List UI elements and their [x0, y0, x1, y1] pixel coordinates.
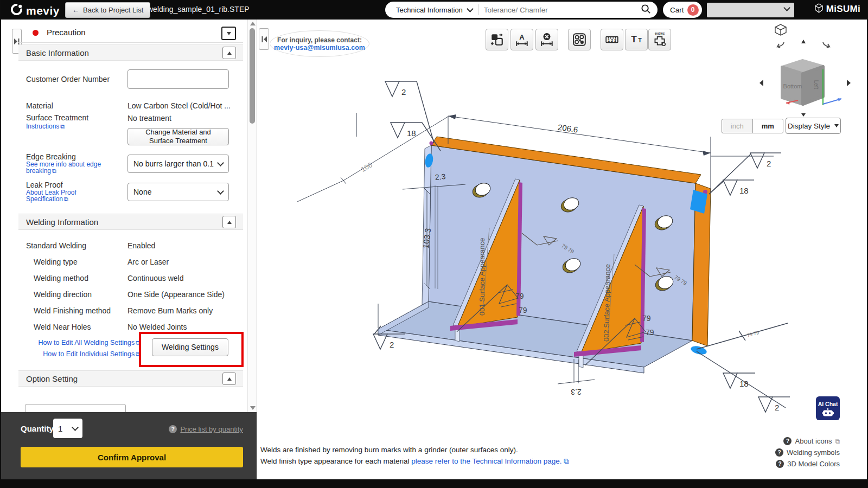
quantity-select[interactable]: 1	[53, 419, 82, 438]
edge-breaking-link[interactable]: See more info about edge breaking⧉	[26, 161, 113, 174]
hole-info-button[interactable]	[568, 29, 591, 50]
top-bar: meviy ← Back to Project List welding_sam…	[0, 0, 868, 20]
back-to-project-list-button[interactable]: ← Back to Project List	[65, 2, 150, 18]
welding-symbols-link[interactable]: ? Welding symbols	[775, 448, 840, 457]
text-size-button[interactable]: TT	[625, 29, 648, 50]
external-link-icon: ⧉	[60, 123, 65, 130]
six-views-button[interactable]: 6VIEWS	[648, 29, 671, 50]
triangle-up-icon	[227, 221, 232, 224]
note-line2: Weld finish type appearance for each mat…	[260, 455, 569, 467]
chevron-down-icon	[217, 159, 224, 166]
weld-tl-fin: 2	[401, 87, 406, 97]
surface-label-001: 001 Surface Appearance	[478, 238, 486, 316]
weld-finishing-value: Remove Burn Marks only	[127, 306, 213, 315]
dim-length: 206.6	[557, 123, 579, 134]
scrollbar-thumb[interactable]	[250, 28, 255, 124]
rotate-right-arrow[interactable]	[847, 80, 851, 86]
scroll-up-arrow[interactable]	[250, 22, 256, 25]
confirm-approval-button[interactable]: Confirm Approval	[21, 447, 243, 467]
precaution-collapse-button[interactable]	[221, 27, 236, 40]
weld-near-holes-value: No Welded Joints	[127, 323, 187, 331]
weld-r2a: 79	[642, 314, 651, 323]
cart-button[interactable]: Cart 0	[663, 2, 702, 18]
meviy-logo-icon	[10, 3, 23, 18]
weld-br-small: 79 79	[746, 330, 760, 338]
welding-method-value: Continuous weld	[127, 274, 184, 282]
section-welding-information: Welding Information	[18, 214, 243, 230]
standard-welding-value: Enabled	[127, 241, 155, 250]
divider	[257, 20, 257, 479]
price-list-link[interactable]: ? Price list by quantity	[169, 425, 243, 433]
svg-text:T: T	[631, 34, 637, 44]
weld-br-leg: 18	[739, 379, 749, 388]
welding-settings-button[interactable]: Welding Settings	[152, 338, 228, 356]
weld-tr-leg: 18	[739, 186, 749, 195]
meviy-logo[interactable]: meviy	[10, 3, 60, 18]
welding-info-collapse-button[interactable]	[222, 216, 236, 228]
ai-chat-button[interactable]: AI Chat	[816, 396, 840, 420]
misumi-logo: MiSUMi	[815, 3, 860, 15]
model-colors-link[interactable]: ? 3D Model Colors	[776, 460, 840, 468]
basic-info-collapse-button[interactable]	[222, 47, 236, 59]
option-setting-collapse-button[interactable]	[222, 373, 236, 385]
transform-icon	[490, 33, 504, 47]
sidebar-scrollbar[interactable]	[247, 20, 257, 412]
search-icon[interactable]	[641, 4, 651, 16]
back-arrow-icon: ←	[72, 6, 79, 14]
order-footer: Quantity 1 ? Price list by quantity Conf…	[0, 412, 257, 479]
view-cube[interactable]: Bottom Left	[782, 61, 823, 104]
isometric-view-icon[interactable]	[775, 24, 786, 35]
scroll-down-arrow[interactable]	[250, 406, 256, 410]
edge-breaking-select[interactable]: No burrs larger than 0.1	[127, 155, 229, 173]
search-category-dropdown[interactable]: Technical Information	[385, 6, 478, 14]
section-option-setting: Option Setting	[18, 370, 243, 387]
rotate-right-icon[interactable]	[823, 42, 829, 48]
add-dimension-button[interactable]: A	[510, 29, 533, 50]
precaution-alert-dot	[33, 30, 39, 36]
svg-text:A: A	[519, 33, 525, 41]
six-views-icon: 6VIEWS	[652, 31, 668, 48]
units-inch-option[interactable]: inch	[722, 119, 752, 133]
welding-type-label: Welding type	[34, 258, 78, 266]
leak-proof-select[interactable]: None	[127, 183, 229, 201]
edit-all-welding-link[interactable]: How to Edit All Welding Settings⧉	[36, 339, 140, 346]
view-cube-widget[interactable]: Bottom Left	[759, 24, 851, 117]
external-link-icon: ⧉	[64, 196, 68, 202]
display-style-dropdown[interactable]: Display Style	[786, 118, 841, 134]
panel-collapse-handle[interactable]	[259, 28, 269, 50]
rotate-left-arrow[interactable]	[760, 80, 763, 86]
standard-welding-label: Standard Welding	[26, 241, 86, 250]
chevron-down-icon	[217, 188, 224, 195]
instructions-link[interactable]: Instructions⧉	[26, 123, 65, 130]
about-icons-link[interactable]: ? About icons ⧉	[783, 437, 840, 445]
customer-order-input[interactable]	[127, 69, 229, 89]
change-material-button[interactable]: Change Material and Surface Treatment	[127, 128, 229, 145]
divider	[18, 42, 243, 43]
header-dropdown[interactable]	[707, 3, 794, 17]
tilt-up-arrow[interactable]	[801, 40, 806, 43]
triangle-up-icon	[227, 52, 232, 55]
svg-text:T: T	[638, 37, 642, 43]
chevron-down-icon	[467, 5, 474, 12]
delete-dimension-button[interactable]	[535, 29, 558, 50]
tilt-down-arrow[interactable]	[801, 113, 806, 117]
weld-br-fin: 2	[775, 403, 779, 412]
rotate-left-icon[interactable]	[777, 42, 784, 48]
dimension-a-icon: A	[515, 33, 529, 47]
units-mm-option[interactable]: mm	[752, 119, 783, 133]
hole-group-icon	[572, 33, 586, 47]
cart-count-badge: 0	[687, 4, 699, 16]
dimension-values-button[interactable]: 1 2 3	[601, 29, 623, 50]
inquiry-email-link[interactable]: meviy-usa@misumiusa.com	[274, 44, 365, 52]
edit-individual-link[interactable]: How to Edit Individual Settings⧉	[42, 350, 140, 358]
transform-model-button[interactable]	[486, 29, 508, 50]
technical-info-link[interactable]: please refer to the Technical Informatio…	[411, 457, 561, 465]
surface-treatment-value: No treatment	[127, 114, 171, 123]
welding-type-value: Arc or Laser	[127, 258, 169, 266]
option-partial-button[interactable]	[25, 404, 126, 413]
units-toggle[interactable]: inch mm	[722, 119, 783, 133]
question-icon: ?	[776, 460, 784, 468]
weld-finishing-label: Weld Finishing method	[34, 306, 111, 315]
leak-proof-link[interactable]: About Leak Proof Specification⧉	[26, 189, 102, 202]
search-input[interactable]	[478, 6, 641, 14]
